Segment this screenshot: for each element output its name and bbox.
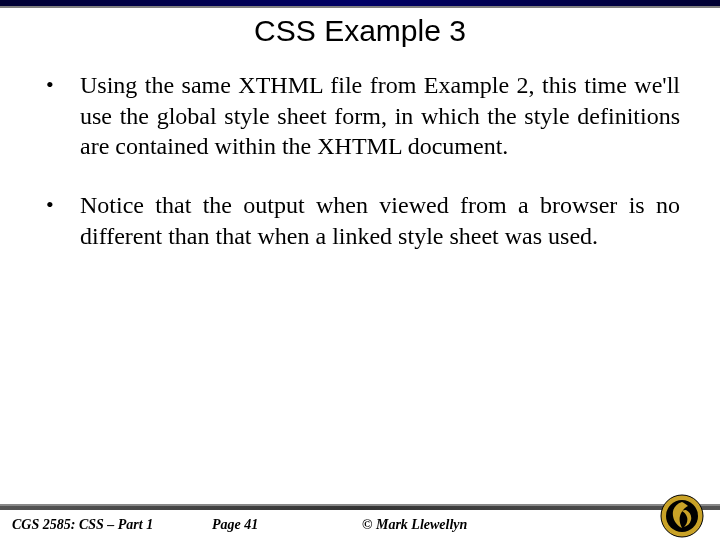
slide-content: • Using the same XTHML file from Example… [40,70,680,280]
bullet-marker: • [40,70,80,100]
bullet-text: Notice that the output when viewed from … [80,190,680,251]
bullet-item: • Notice that the output when viewed fro… [40,190,680,251]
bullet-text: Using the same XTHML file from Example 2… [80,70,680,162]
top-divider-line [0,6,720,8]
slide-title: CSS Example 3 [0,14,720,48]
slide: CSS Example 3 • Using the same XTHML fil… [0,0,720,540]
footer-course: CGS 2585: CSS – Part 1 [12,517,212,533]
bullet-marker: • [40,190,80,220]
slide-footer: CGS 2585: CSS – Part 1 Page 41 © Mark Ll… [0,510,720,540]
bullet-item: • Using the same XTHML file from Example… [40,70,680,162]
footer-page: Page 41 [212,517,362,533]
ucf-pegasus-logo-icon [660,494,704,538]
